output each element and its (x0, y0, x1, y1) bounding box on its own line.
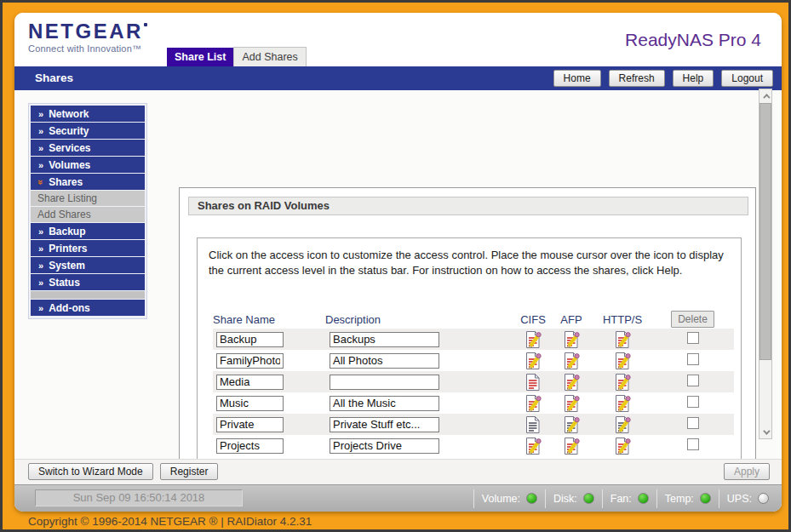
health-indicators: Volume:Disk:Fan:Temp:UPS: (473, 485, 777, 512)
header-description: Description (325, 313, 515, 326)
description-input[interactable] (330, 417, 439, 432)
status-led-gray (758, 493, 769, 504)
raid-section-header: Shares on RAID Volumes (188, 197, 748, 215)
logout-button[interactable]: Logout (721, 70, 773, 87)
sidebar-item-add-ons[interactable]: »Add-ons (31, 300, 145, 316)
delete-checkbox[interactable] (687, 375, 699, 386)
status-led-green (583, 493, 594, 504)
sidebar-item-share-listing[interactable]: Share Listing (31, 191, 145, 206)
sidebar-item-system[interactable]: »System (31, 257, 145, 273)
sidebar: »Network»Security»Services»Volumes»Share… (28, 103, 147, 319)
share-name-input[interactable] (216, 332, 284, 347)
description-input[interactable] (330, 396, 439, 411)
share-name-input[interactable] (216, 438, 284, 454)
cifs-access-icon[interactable] (524, 373, 542, 392)
https-access-icon[interactable] (613, 352, 632, 370)
description-input[interactable] (330, 375, 439, 390)
action-buttons: Switch to Wizard Mode Register (28, 463, 218, 480)
scroll-up-button[interactable] (759, 89, 771, 102)
description-input[interactable] (330, 332, 439, 347)
register-button[interactable]: Register (160, 463, 219, 480)
https-access-icon[interactable] (613, 394, 632, 413)
indicator-label: Disk: (553, 493, 577, 505)
brand-text: NETGEAR (28, 20, 143, 43)
share-name-input[interactable] (216, 353, 284, 369)
delete-button[interactable]: Delete (671, 311, 714, 328)
cifs-access-icon[interactable] (524, 330, 542, 349)
indicator-label: Volume: (482, 493, 520, 505)
sidebar-item-security[interactable]: »Security (31, 123, 145, 139)
delete-checkbox[interactable] (687, 396, 699, 408)
cifs-access-icon[interactable] (524, 437, 542, 455)
indicator-fan: Fan: (602, 489, 656, 508)
indicator-ups: UPS: (719, 489, 777, 508)
afp-access-icon[interactable] (562, 415, 581, 434)
sidebar-item-label: Network (49, 108, 89, 120)
brand-name: NETGEAR (28, 20, 147, 43)
afp-access-icon[interactable] (562, 352, 581, 370)
sidebar-item-shares[interactable]: »Shares (31, 174, 145, 190)
https-access-icon[interactable] (613, 373, 632, 392)
delete-checkbox[interactable] (687, 438, 699, 450)
https-access-icon[interactable] (613, 415, 632, 434)
chevron-right-icon: » (38, 226, 43, 237)
chevron-right-icon: » (38, 126, 43, 136)
status-led-green (638, 493, 649, 504)
sidebar-item-network[interactable]: »Network (31, 106, 145, 122)
chevron-right-icon: » (38, 303, 43, 313)
help-button[interactable]: Help (673, 70, 714, 87)
delete-checkbox[interactable] (687, 417, 699, 429)
status-led-green (526, 493, 537, 504)
sidebar-item-volumes[interactable]: »Volumes (31, 157, 145, 173)
instructions-text: Click on the access icon to customize th… (198, 238, 741, 277)
status-bar: Sun Sep 09 16:50:14 2018 Volume:Disk:Fan… (14, 484, 782, 512)
share-name-input[interactable] (216, 417, 284, 432)
afp-access-icon[interactable] (562, 330, 581, 349)
https-access-icon[interactable] (613, 437, 632, 455)
scroll-down-button[interactable] (759, 426, 771, 438)
sidebar-item-add-shares[interactable]: Add Shares (31, 207, 145, 222)
sidebar-item-status[interactable]: »Status (31, 274, 145, 290)
sidebar-item-services[interactable]: »Services (31, 140, 145, 156)
share-name-input[interactable] (216, 396, 284, 411)
scrollbar-thumb[interactable] (759, 103, 771, 360)
vertical-scrollbar[interactable] (759, 89, 772, 439)
header-afp: AFP (551, 313, 592, 326)
delete-checkbox[interactable] (687, 332, 699, 344)
indicator-label: Temp: (665, 493, 694, 505)
masthead: NETGEAR Connect with Innovation™ ReadyNA… (14, 13, 782, 66)
sidebar-item-label: Add Shares (37, 209, 91, 220)
sidebar-item-label: Printers (49, 243, 87, 255)
indicator-disk: Disk: (545, 489, 602, 508)
refresh-button[interactable]: Refresh (609, 70, 665, 87)
chevron-up-icon (763, 94, 770, 100)
cifs-access-icon[interactable] (524, 394, 542, 413)
table-row (213, 329, 734, 350)
registered-mark-icon (144, 23, 147, 26)
tab-share-list[interactable]: Share List (167, 48, 233, 66)
sidebar-item-backup[interactable]: »Backup (31, 223, 145, 239)
afp-access-icon[interactable] (562, 437, 581, 455)
chevron-right-icon: » (38, 277, 43, 288)
tab-add-shares[interactable]: Add Shares (233, 47, 306, 66)
description-input[interactable] (330, 353, 439, 369)
https-access-icon[interactable] (613, 330, 632, 349)
afp-access-icon[interactable] (562, 373, 581, 392)
description-input[interactable] (330, 438, 439, 454)
apply-button[interactable]: Apply (724, 463, 770, 480)
table-row (213, 392, 734, 414)
cifs-access-icon[interactable] (524, 415, 542, 434)
table-row (213, 371, 734, 392)
indicator-label: Fan: (610, 493, 632, 505)
delete-checkbox[interactable] (687, 353, 699, 365)
home-button[interactable]: Home (553, 70, 601, 87)
sidebar-item-label: Status (49, 277, 80, 289)
afp-access-icon[interactable] (562, 394, 581, 413)
sidebar-item-label: Security (49, 125, 89, 137)
switch-to-wizard-mode-button[interactable]: Switch to Wizard Mode (28, 463, 153, 480)
netgear-logo: NETGEAR Connect with Innovation™ (28, 20, 147, 54)
share-name-input[interactable] (216, 375, 284, 390)
chevron-right-icon: » (38, 109, 43, 119)
sidebar-item-printers[interactable]: »Printers (31, 240, 145, 256)
cifs-access-icon[interactable] (524, 352, 542, 370)
